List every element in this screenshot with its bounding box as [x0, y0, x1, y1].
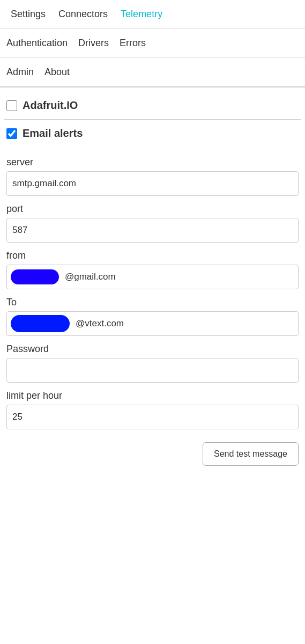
- email-alerts-connector-item: Email alerts: [4, 122, 301, 145]
- nav-connectors[interactable]: Connectors: [52, 5, 114, 23]
- nav-errors[interactable]: Errors: [117, 34, 154, 52]
- nav-drivers[interactable]: Drivers: [76, 34, 117, 52]
- email-form: server port from To Password limit per h…: [4, 145, 301, 434]
- password-input[interactable]: [6, 358, 299, 383]
- adafruit-label[interactable]: Adafruit.IO: [23, 99, 78, 112]
- top-nav: Settings Connectors Telemetry: [0, 0, 305, 29]
- from-field-wrapper: [6, 265, 299, 289]
- server-input[interactable]: [6, 171, 299, 196]
- send-btn-row: Send test message: [4, 434, 301, 472]
- server-label: server: [6, 157, 299, 168]
- port-input[interactable]: [6, 218, 299, 243]
- nav-settings[interactable]: Settings: [4, 5, 52, 23]
- sub-nav: Authentication Drivers Errors: [0, 29, 305, 58]
- to-field-wrapper: [6, 311, 299, 336]
- adafruit-connector-item: Adafruit.IO: [4, 94, 301, 117]
- nav-about[interactable]: About: [42, 63, 78, 81]
- from-label: from: [6, 250, 299, 261]
- main-content: Adafruit.IO Email alerts server port fro…: [0, 87, 305, 479]
- to-label: To: [6, 297, 299, 308]
- send-test-message-button[interactable]: Send test message: [203, 442, 299, 466]
- to-blur-blob: [11, 315, 70, 332]
- email-alerts-checkbox[interactable]: [6, 128, 17, 139]
- port-label: port: [6, 203, 299, 215]
- password-label: Password: [6, 343, 299, 355]
- email-alerts-label[interactable]: Email alerts: [23, 127, 83, 140]
- nav-admin[interactable]: Admin: [4, 63, 42, 81]
- limit-input[interactable]: [6, 405, 299, 429]
- nav-telemetry[interactable]: Telemetry: [114, 5, 169, 23]
- nav-authentication[interactable]: Authentication: [4, 34, 76, 52]
- limit-label: limit per hour: [6, 390, 299, 401]
- from-blur-blob: [11, 269, 59, 284]
- divider-1: [4, 119, 301, 120]
- adafruit-checkbox[interactable]: [6, 100, 17, 111]
- third-nav: Admin About: [0, 58, 305, 87]
